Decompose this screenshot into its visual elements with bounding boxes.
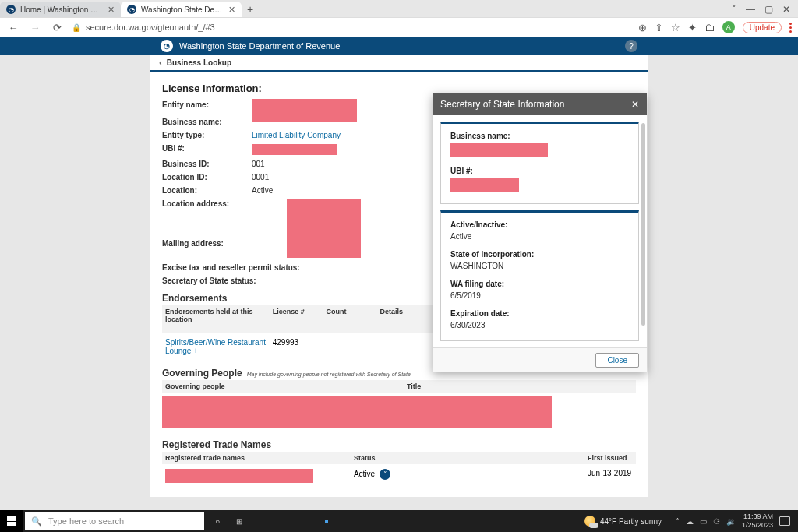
zoom-icon[interactable]: ⊕ [638, 22, 647, 33]
taskbar-clock[interactable]: 11:39 AM 1/25/2023 [742, 513, 773, 530]
store-icon[interactable] [316, 510, 337, 532]
ubi-label: UBI #: [162, 144, 252, 155]
redacted-modal-biz [450, 143, 548, 157]
redacted-ubi [252, 144, 337, 155]
battery-icon[interactable]: ▭ [700, 517, 707, 526]
trade-first-issued: Jun-13-2019 [588, 469, 633, 484]
lock-icon: 🔒 [72, 23, 81, 32]
endorsement-license: 429993 [273, 338, 327, 355]
business-id-label: Business ID: [162, 160, 252, 168]
extensions-icon[interactable]: ✦ [688, 22, 697, 33]
mail-icon[interactable] [295, 510, 315, 532]
favicon: ◔ [127, 5, 136, 14]
trade-heading: Registered Trade Names [162, 439, 636, 450]
forward-button[interactable]: → [28, 20, 42, 34]
update-button[interactable]: Update [743, 22, 782, 33]
wifi-icon[interactable]: ⚆ [713, 517, 720, 526]
governing-header-row: Governing people Title [162, 380, 636, 393]
endorsement-link[interactable]: Spirits/Beer/Wine Restaurant Lounge + [165, 338, 273, 355]
notifications-icon[interactable] [779, 516, 790, 526]
weather-text: 44°F Partly sunny [600, 517, 662, 526]
col-trade-first: First issued [588, 454, 633, 462]
dor-logo-icon: ◔ [161, 40, 173, 52]
reload-button[interactable]: ⟳ [50, 20, 64, 34]
chrome-icon[interactable] [338, 510, 358, 532]
favicon: ◔ [6, 5, 16, 14]
bookmark-folder-icon[interactable]: 🗀 [704, 22, 715, 33]
share-icon[interactable]: ⇧ [655, 22, 663, 33]
sos-modal: Secretary of State Information ✕ Busines… [433, 93, 647, 372]
chrome-menu-icon[interactable] [789, 23, 792, 33]
weather-widget[interactable]: 44°F Partly sunny [584, 516, 662, 527]
new-tab-button[interactable]: + [242, 2, 259, 17]
profile-avatar[interactable]: A [722, 21, 735, 33]
col-count: Count [327, 308, 380, 331]
redacted-modal-ubi [450, 178, 519, 192]
excise-label: Excise tax and reseller permit status: [162, 263, 300, 272]
trade-header-row: Registered trade names Status First issu… [162, 452, 636, 464]
start-button[interactable] [0, 510, 23, 532]
page-title: Washington State Department of Revenue [179, 41, 340, 51]
col-endorsements: Endorsements held at this location [165, 308, 273, 331]
maximize-icon[interactable]: ▢ [764, 4, 773, 15]
taskbar-search[interactable]: 🔍 Type here to search [25, 512, 204, 530]
breadcrumb-back-icon[interactable]: ‹ [159, 58, 162, 67]
minimize-icon[interactable]: — [746, 4, 755, 15]
breadcrumb[interactable]: ‹ Business Lookup [150, 55, 648, 72]
mailing-address-label: Mailing address: [162, 239, 252, 248]
edge-icon[interactable] [251, 510, 271, 532]
location-label: Location: [162, 186, 252, 195]
trade-row: Active˅ Jun-13-2019 [162, 464, 636, 489]
business-id-value: 001 [252, 160, 265, 168]
modal-biz-label: Business name: [450, 132, 629, 140]
onenote-icon[interactable] [360, 510, 380, 532]
browser-tab-1[interactable]: ◔ Home | Washington Department ✕ [0, 2, 121, 17]
url-text: secure.dor.wa.gov/gteunauth/_/#3 [86, 23, 215, 32]
modal-scrollbar[interactable] [641, 123, 645, 326]
search-icon: 🔍 [31, 516, 42, 527]
tab-close-icon[interactable]: ✕ [228, 5, 235, 15]
dropdown-icon[interactable]: ˅ [380, 469, 390, 480]
clock-time: 11:39 AM [742, 513, 773, 521]
col-governing-people: Governing people [165, 382, 407, 390]
modal-state-value: WASHINGTON [450, 262, 629, 270]
sos-status-label: Secretary of State status: [162, 277, 256, 285]
star-icon[interactable]: ☆ [671, 22, 680, 33]
col-trade-name: Registered trade names [165, 454, 354, 462]
endorsement-count [327, 338, 380, 355]
taskbar: 🔍 Type here to search ○ ⊞ 44°F Partly su… [0, 510, 798, 532]
modal-filing-value: 6/5/2019 [450, 291, 629, 300]
modal-active-label: Active/Inactive: [450, 220, 629, 229]
file-explorer-icon[interactable] [273, 510, 293, 532]
modal-filing-label: WA filing date: [450, 280, 629, 288]
trade-status: Active˅ [354, 469, 588, 484]
tab-title: Washington State Department of [141, 5, 224, 14]
address-bar[interactable]: 🔒 secure.dor.wa.gov/gteunauth/_/#3 [72, 23, 630, 32]
col-title: Title [407, 382, 563, 390]
onedrive-icon[interactable]: ☁ [686, 517, 694, 526]
volume-icon[interactable]: 🔉 [726, 517, 736, 526]
back-button[interactable]: ← [6, 20, 20, 34]
cortana-icon[interactable]: ○ [207, 510, 228, 532]
weather-icon [584, 516, 595, 527]
browser-tab-2[interactable]: ◔ Washington State Department of ✕ [121, 2, 242, 17]
modal-close-icon[interactable]: ✕ [631, 99, 639, 110]
modal-exp-label: Expiration date: [450, 309, 629, 318]
tab-close-icon[interactable]: ✕ [108, 5, 115, 15]
trade-status-value: Active [354, 470, 375, 478]
location-id-label: Location ID: [162, 173, 252, 181]
modal-ubi-label: UBI #: [450, 167, 629, 175]
task-view-icon[interactable]: ⊞ [229, 510, 249, 532]
tab-title: Home | Washington Department [20, 5, 103, 14]
modal-title: Secretary of State Information [440, 99, 564, 110]
help-icon[interactable]: ? [625, 40, 637, 52]
tray-chevron-icon[interactable]: ˄ [676, 517, 680, 526]
license-info-heading: License Information: [162, 83, 636, 94]
modal-active-value: Active [450, 232, 629, 241]
redacted-entity-name [252, 99, 357, 122]
close-window-icon[interactable]: ✕ [782, 4, 790, 15]
modal-close-button[interactable]: Close [595, 353, 639, 368]
chevron-down-icon[interactable]: ˅ [732, 4, 736, 15]
col-trade-status: Status [354, 454, 588, 462]
entity-type-link[interactable]: Limited Liability Company [252, 131, 341, 139]
